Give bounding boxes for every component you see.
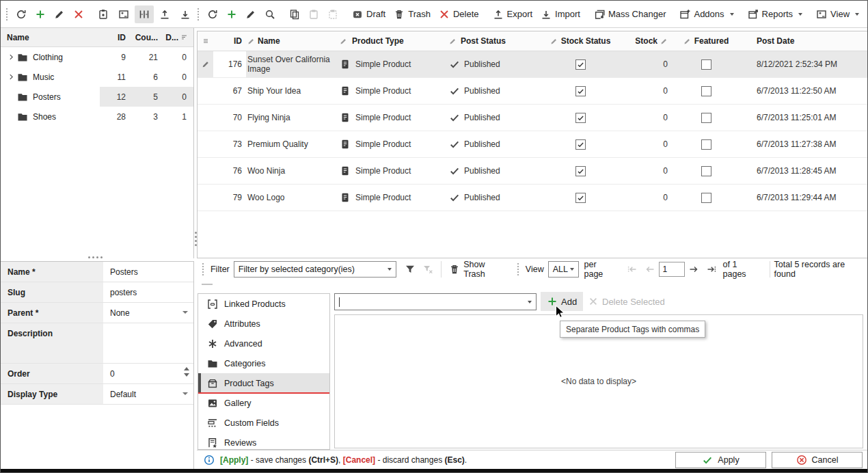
tab-linked-products[interactable]: Linked Products [198,294,329,314]
tab-gallery[interactable]: Gallery [198,393,329,413]
tree-add-button[interactable] [31,5,50,23]
tab-advanced[interactable]: Advanced [198,334,329,353]
field-slug-input[interactable]: posters [103,282,193,302]
grid-refresh-button[interactable] [203,5,222,23]
product-row-176[interactable]: 176Sunset Over California ImageSimple Pr… [198,51,868,78]
stock-status-checkbox[interactable] [575,59,586,70]
prev-page-button[interactable] [641,264,659,275]
grid-col-stock[interactable]: Stock [619,36,673,46]
grid-col-product-type[interactable]: Product Type [335,36,448,46]
tree-row-clothing[interactable]: Clothing9210 [1,47,193,67]
draft-button[interactable]: Draft [348,5,390,23]
tab-custom-fields[interactable]: Custom Fields [198,413,329,433]
product-row-67[interactable]: 67Ship Your IdeaSimple ProductPublished0… [198,78,868,105]
field-parent--input[interactable]: None [103,303,193,323]
grid-col-name[interactable]: Name [246,36,335,46]
product-row-70[interactable]: 70Flying NinjaSimple ProductPublished06/… [198,105,868,131]
last-page-button[interactable] [703,264,720,275]
filter-grip[interactable] [202,263,205,275]
import-button[interactable]: Import [537,5,584,23]
featured-checkbox[interactable] [701,166,711,176]
grid-add-button[interactable] [222,5,241,23]
tree-col-id[interactable]: ID [100,33,128,42]
tree-cell-count: 6 [128,72,161,82]
panel-grip[interactable] [202,284,213,285]
clear-filter-button[interactable] [419,264,437,275]
tag-input-combo[interactable] [334,293,537,310]
check-icon [702,455,713,465]
tree-refresh-button[interactable] [12,5,31,23]
export-button[interactable]: Export [489,5,537,23]
grid-col-post-status[interactable]: Post Status [448,36,542,46]
view-button[interactable]: View [812,5,863,23]
cancel-button[interactable]: Cancel [772,452,863,468]
product-row-76[interactable]: 76Woo NinjaSimple ProductPublished06/7/2… [198,158,868,185]
spinner-buttons[interactable] [184,367,189,377]
featured-checkbox[interactable] [701,59,711,70]
first-page-button[interactable] [623,264,641,275]
featured-checkbox[interactable] [701,193,711,203]
view-grip[interactable] [517,263,520,275]
per-page-combo[interactable]: ALL [548,261,580,278]
field-name--input[interactable]: Posters [103,262,193,282]
tree-col-name[interactable]: Name [1,33,100,42]
product-row-79[interactable]: 79Woo LogoSimple ProductPublished06/7/20… [198,185,868,211]
delete-button[interactable]: Delete [435,5,483,23]
featured-checkbox[interactable] [701,86,711,96]
field-display-type-input[interactable]: Default [103,384,193,404]
stock-status-checkbox[interactable] [575,166,586,176]
category-filter-combo[interactable]: Filter by selected category(ies) [234,261,397,278]
page-number-input[interactable] [659,262,685,277]
horizontal-splitter[interactable] [88,256,103,258]
tree-col-count[interactable]: Cou... [128,33,161,42]
grid-col-post-date[interactable]: Post Date [739,36,868,46]
tab-attributes[interactable]: Attributes [198,314,329,334]
stock-status-checkbox[interactable] [575,86,586,96]
show-trash-button[interactable]: Show Trash [446,260,511,279]
field-description-input[interactable] [103,323,193,363]
tree-row-shoes[interactable]: Shoes2831 [1,107,193,126]
copy-button[interactable] [285,5,304,23]
tree-split-view-button[interactable] [135,5,154,23]
tree-edit-button[interactable] [50,5,69,23]
expander-icon[interactable] [5,73,17,81]
tab-product-tags[interactable]: Product Tags [198,373,329,393]
grid-col-id[interactable]: ID [213,36,246,46]
stock-status-checkbox[interactable] [575,113,586,123]
field-order-input[interactable]: 0 [103,364,193,383]
tree-delete-button[interactable] [69,5,88,23]
featured-checkbox[interactable] [701,113,711,123]
stock-status-checkbox[interactable] [575,139,586,150]
grid-search-button[interactable] [260,5,280,23]
mass-changer-button[interactable]: Mass Changer [590,5,670,23]
product-row-73[interactable]: 73Premium QualitySimple ProductPublished… [198,131,868,158]
tree-image-button[interactable] [114,5,133,23]
toolbar-grip[interactable] [6,8,8,21]
tab-categories[interactable]: Categories [198,353,329,373]
stock-status-checkbox[interactable] [575,193,586,203]
next-page-button[interactable] [685,264,703,275]
expander-icon[interactable] [5,53,17,61]
grid-col-stock-status[interactable]: Stock Status [542,36,619,46]
tree-preview-button[interactable] [94,5,113,23]
apply-button[interactable]: Apply [675,452,766,468]
paste-button[interactable] [304,5,323,23]
addons-button[interactable]: Addons [675,5,737,23]
tree-import-button[interactable] [176,5,195,23]
toolbar-grip-2[interactable] [198,8,199,21]
dropdown-caret-icon[interactable] [182,392,188,395]
delete-selected-button[interactable]: Delete Selected [583,292,670,311]
tree-row-music[interactable]: Music1160 [1,67,193,87]
featured-checkbox[interactable] [701,139,711,150]
paste-special-button[interactable] [323,5,342,23]
grid-col-featured[interactable]: Featured [673,36,739,46]
grid-edit-button[interactable] [241,5,260,23]
reports-button[interactable]: Reports [744,5,807,23]
apply-filter-button[interactable] [401,264,419,275]
tree-export-button[interactable] [155,5,174,23]
trash-button[interactable]: Trash [390,5,435,23]
tree-col-d[interactable]: D... [161,33,193,42]
field-label: Slug [1,282,103,302]
tree-row-posters[interactable]: Posters1250 [1,87,193,107]
dropdown-caret-icon[interactable] [182,311,188,314]
